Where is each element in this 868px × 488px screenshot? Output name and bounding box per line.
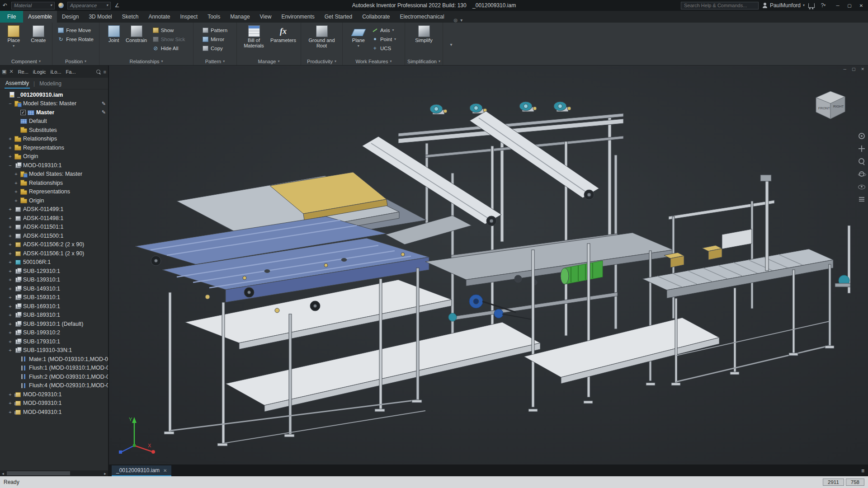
search-input[interactable] xyxy=(681,2,759,9)
scroll-right-icon[interactable]: ▸ xyxy=(102,471,108,476)
tree-item[interactable]: Flush:1 (MOD-019310:1,MOD-039310: xyxy=(0,364,108,373)
tree-item[interactable]: +SUB-119310-33N:1 xyxy=(0,346,108,355)
panel-title-work-features[interactable]: Work Features ▾ xyxy=(343,57,405,65)
tree-item[interactable]: +SUB-199310:2 xyxy=(0,328,108,338)
expander-icon[interactable]: + xyxy=(14,198,19,203)
expander-icon[interactable]: + xyxy=(8,259,13,265)
place-button[interactable]: Place ▾ xyxy=(2,24,26,48)
expander-icon[interactable]: + xyxy=(8,330,13,335)
tree-item[interactable]: +Relationships xyxy=(0,135,108,144)
expander-icon[interactable]: + xyxy=(8,321,13,327)
tab-annotate[interactable]: Annotate xyxy=(143,11,175,23)
tab-electromechanical[interactable]: Electromechanical xyxy=(395,11,449,23)
plane-button[interactable]: Plane ▾ xyxy=(349,24,368,48)
scroll-left-icon[interactable]: ◂ xyxy=(0,471,6,476)
tab-assembly[interactable]: Assembly xyxy=(5,79,30,89)
ucs-button[interactable]: + UCS xyxy=(369,44,399,52)
tree-item[interactable]: +500106R:1 xyxy=(0,258,108,267)
browser-tab-ilo[interactable]: iLo... xyxy=(49,69,63,75)
expander-icon[interactable]: + xyxy=(8,251,13,256)
simplify-button[interactable]: Simplify xyxy=(411,24,437,43)
tab-file[interactable]: File xyxy=(0,11,23,23)
tab-design[interactable]: Design xyxy=(57,11,84,23)
expander-icon[interactable]: + xyxy=(8,154,13,159)
panel-title-manage[interactable]: Manage ▾ xyxy=(237,57,301,65)
expander-icon[interactable]: + xyxy=(8,268,13,274)
undo-icon[interactable]: ↶ xyxy=(0,0,10,10)
tree-item[interactable]: +SUB-169310:1 xyxy=(0,302,108,311)
full-navigation-wheel-icon[interactable] xyxy=(858,132,865,140)
point-button[interactable]: Point ▾ xyxy=(369,35,399,43)
constrain-button[interactable]: Constrain xyxy=(124,24,149,43)
expander-icon[interactable]: + xyxy=(8,312,13,318)
browser-tab-re[interactable]: Re... xyxy=(16,69,30,75)
tree-item[interactable]: +MOD-039310:1 xyxy=(0,399,108,408)
tree-item[interactable]: +Model States: Master xyxy=(0,170,108,179)
ribbon-overflow[interactable]: ▾ xyxy=(443,23,459,65)
orbit-icon[interactable] xyxy=(858,170,865,178)
user-account-button[interactable]: PaulMunford ▾ xyxy=(762,2,805,9)
viewport-restore-icon[interactable]: ▢ xyxy=(852,67,856,71)
parameters-button[interactable]: fx Parameters xyxy=(269,24,298,43)
tree-item[interactable]: Default xyxy=(0,117,108,126)
close-icon[interactable]: ✕ xyxy=(9,69,13,75)
edit-pencil-icon[interactable]: ✎ xyxy=(102,101,106,107)
tree-item[interactable]: +SUB-139310:1 xyxy=(0,276,108,285)
tab-view[interactable]: View xyxy=(255,11,277,23)
tab-list-menu-icon[interactable]: ≡ xyxy=(861,468,864,474)
measure-icon[interactable]: ∠ xyxy=(112,0,122,10)
joint-button[interactable]: Joint xyxy=(105,24,123,43)
tab-modeling[interactable]: Modeling xyxy=(38,79,62,88)
material-dropdown[interactable]: Material ▾ xyxy=(11,2,55,9)
expander-icon[interactable]: + xyxy=(8,400,13,406)
tree-item[interactable]: +ADSK-011500:1 xyxy=(0,231,108,240)
zoom-icon[interactable] xyxy=(858,158,865,165)
expander-icon[interactable]: − xyxy=(8,101,13,106)
panel-title-component[interactable]: Component ▾ xyxy=(0,57,52,65)
expander-icon[interactable]: + xyxy=(8,242,13,247)
tree-item[interactable]: +Origin xyxy=(0,196,108,205)
close-button[interactable]: ✕ xyxy=(855,0,867,10)
bill-of-materials-button[interactable]: Bill of Materials xyxy=(240,24,268,48)
expander-icon[interactable]: + xyxy=(8,339,13,344)
expander-icon[interactable]: + xyxy=(8,145,13,150)
close-icon[interactable]: ✕ xyxy=(163,468,167,473)
look-at-icon[interactable] xyxy=(858,183,865,190)
expander-icon[interactable]: + xyxy=(8,409,13,415)
free-move-button[interactable]: Free Move xyxy=(55,26,96,34)
expander-icon[interactable]: − xyxy=(8,163,13,168)
expander-icon[interactable]: + xyxy=(14,189,19,194)
browser-tab-fa[interactable]: Fa... xyxy=(64,69,77,75)
tab-sketch[interactable]: Sketch xyxy=(117,11,144,23)
appearance-dropdown[interactable]: Appearance ▾ xyxy=(67,2,111,9)
tree-item[interactable]: +Origin xyxy=(0,152,108,161)
tree-item[interactable]: +Representations xyxy=(0,143,108,152)
expander-icon[interactable]: + xyxy=(14,171,19,177)
viewport-close-icon[interactable]: ✕ xyxy=(861,67,864,71)
minimize-button[interactable]: ─ xyxy=(832,0,844,10)
tree-item[interactable]: +SUB-159310:1 xyxy=(0,293,108,302)
tree-item[interactable]: +Relationships xyxy=(0,178,108,188)
panel-title-productivity[interactable]: Productivity ▾ xyxy=(301,57,342,65)
tree-item[interactable]: Substitutes xyxy=(0,126,108,135)
tab-inspect[interactable]: Inspect xyxy=(175,11,203,23)
tab-assemble[interactable]: Assemble xyxy=(23,11,57,23)
tree-item[interactable]: ✓Master✎ xyxy=(0,108,108,117)
expander-icon[interactable]: + xyxy=(8,233,13,239)
show-button[interactable]: Show xyxy=(150,26,188,34)
navigation-bar-menu-icon[interactable] xyxy=(858,196,865,203)
tree-item[interactable]: +SUB-149310:1 xyxy=(0,284,108,293)
browser-menu-icon[interactable]: ≡ xyxy=(104,69,106,75)
panel-title-position[interactable]: Position ▾ xyxy=(52,57,99,65)
free-rotate-button[interactable]: ↻ Free Rotate xyxy=(55,35,96,43)
panel-title-simplification[interactable]: Simplification ▾ xyxy=(405,57,443,65)
tree-item[interactable]: Mate:1 (MOD-019310:1,MOD-039310:1 xyxy=(0,355,108,364)
tree-item[interactable]: +SUB-179310:1 xyxy=(0,337,108,346)
expander-icon[interactable]: + xyxy=(8,206,13,212)
help-button[interactable]: ? ▾ xyxy=(818,0,828,10)
viewport-3d[interactable]: ─▢✕ FRONT RIGHT Y X xyxy=(109,66,868,465)
pattern-button[interactable]: Pattern xyxy=(200,26,230,34)
expander-icon[interactable]: + xyxy=(8,304,13,309)
edit-pencil-icon[interactable]: ✎ xyxy=(102,109,106,115)
panel-title-relationships[interactable]: Relationships ▾ xyxy=(99,57,193,65)
